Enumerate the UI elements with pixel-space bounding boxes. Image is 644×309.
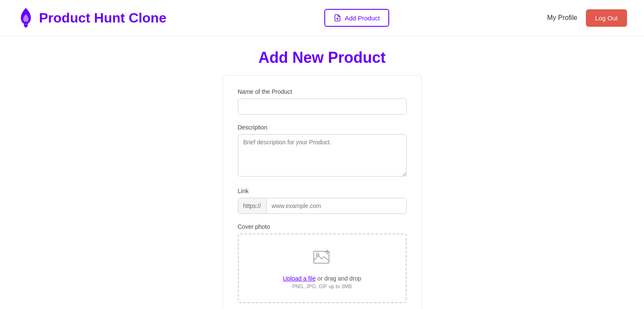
my-profile-link[interactable]: My Profile	[547, 14, 577, 22]
logout-button[interactable]: Log Out	[586, 9, 627, 27]
link-prefix: https://	[238, 198, 267, 213]
svg-rect-2	[314, 251, 329, 263]
brand-title: Product Hunt Clone	[39, 10, 166, 26]
brand-logo[interactable]: Product Hunt Clone	[17, 7, 166, 28]
cover-photo-label: Cover photo	[238, 223, 407, 230]
add-product-nav-button[interactable]: Add Product	[324, 9, 389, 27]
link-url-input[interactable]	[267, 198, 406, 213]
flame-icon	[17, 7, 35, 28]
description-textarea[interactable]	[238, 134, 407, 177]
main-content: Add New Product Name of the Product Desc…	[0, 36, 644, 309]
link-field-group: Link https://	[238, 188, 407, 214]
navbar: Product Hunt Clone Add Product My Profil…	[0, 0, 644, 36]
add-product-nav-label: Add Product	[345, 14, 380, 22]
upload-icon-wrapper	[312, 247, 333, 270]
page-title: Add New Product	[258, 49, 385, 67]
cover-photo-dropzone[interactable]: Upload a file or drag and drop PNG, JPG,…	[238, 233, 407, 303]
link-label: Link	[238, 188, 407, 194]
description-label: Description	[238, 124, 407, 131]
svg-point-3	[316, 253, 319, 256]
image-plus-icon	[312, 247, 333, 268]
cover-photo-group: Cover photo Uploa	[238, 223, 407, 303]
link-input-wrapper: https://	[238, 198, 407, 214]
product-name-input[interactable]	[238, 98, 407, 115]
upload-hint: PNG, JPG, GIF up to 3MB	[292, 284, 352, 289]
name-label: Name of the Product	[238, 88, 407, 95]
form-card: Name of the Product Description Link htt…	[223, 75, 422, 309]
upload-file-link[interactable]: Upload a file	[283, 275, 316, 282]
document-plus-icon	[334, 14, 341, 22]
name-field-group: Name of the Product	[238, 88, 407, 115]
description-field-group: Description	[238, 124, 407, 178]
nav-right: My Profile Log Out	[547, 9, 627, 27]
upload-text: Upload a file or drag and drop	[283, 275, 361, 282]
upload-text-rest: or drag and drop	[316, 275, 361, 282]
nav-center: Add Product	[324, 9, 389, 27]
